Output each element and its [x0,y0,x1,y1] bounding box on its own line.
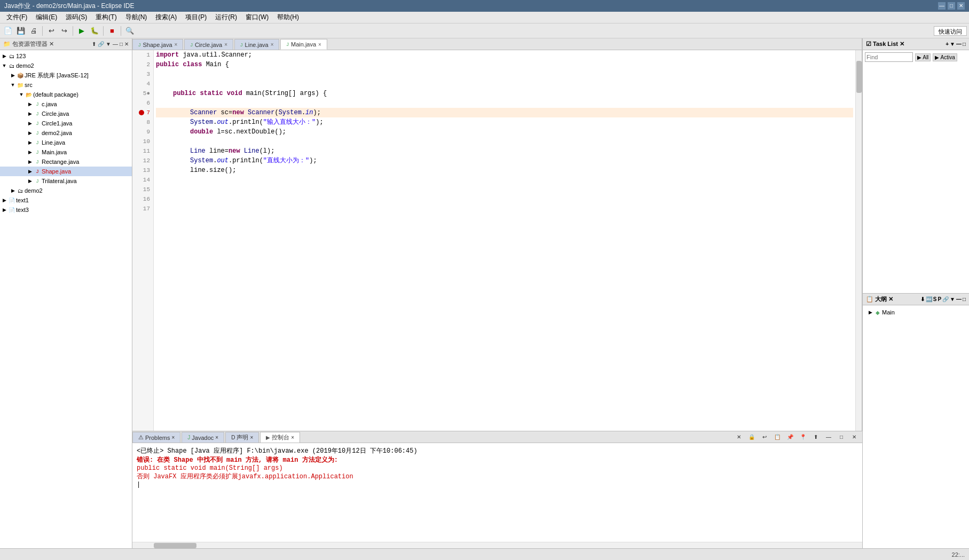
task-find-input[interactable] [865,52,913,62]
tab-close-line[interactable]: × [271,42,274,48]
toolbar-new-btn[interactable]: 📄 [2,25,14,37]
tab-main-java[interactable]: J Main.java × [280,39,327,50]
expand-icon[interactable]: ▼ [18,92,25,97]
toolbar-debug-btn[interactable]: 🐛 [89,25,100,37]
toolbar-search-btn[interactable]: 🔍 [124,25,136,37]
expand-icon[interactable]: ▶ [10,73,16,78]
console-expand-btn[interactable]: ⬆ [810,431,822,443]
console-close-btn[interactable]: ✕ [848,431,860,443]
tree-item-circle1-java[interactable]: ▶ J Circle1.java [0,119,132,128]
tree-item-123[interactable]: ▶ 🗂 123 [0,51,132,61]
console-word-wrap-btn[interactable]: ↩ [759,431,770,443]
menu-window[interactable]: 窗口(W) [241,12,273,23]
console-pin-btn[interactable]: 📍 [797,431,809,443]
toolbar-save-btn[interactable]: 💾 [15,25,27,37]
tree-item-text3[interactable]: ▶ 📄 text3 [0,205,132,215]
console-clear-btn[interactable]: ✕ [733,431,745,443]
toolbar-run-btn[interactable]: ▶ [76,25,88,37]
console-scroll-lock-btn[interactable]: 🔒 [746,431,758,443]
expand-icon[interactable]: ▶ [27,130,33,136]
close-panel-icon[interactable]: ✕ [124,41,129,47]
tab-circle-java[interactable]: J Circle.java × [184,39,233,50]
scrollbar-thumb[interactable] [856,61,862,93]
tree-item-demo2-sub[interactable]: ▶ 🗂 demo2 [0,186,132,195]
tab-line-java[interactable]: J Line.java × [234,39,279,50]
tab-close-main[interactable]: × [318,42,321,48]
minimize-button[interactable]: — [938,2,946,10]
maximize-button[interactable]: □ [948,2,955,10]
toolbar-redo-btn[interactable]: ↪ [58,25,70,37]
close-button[interactable]: ✕ [957,2,965,10]
menu-source[interactable]: 源码(S) [61,12,91,23]
outline-hide-non-public-icon[interactable]: P [938,296,941,302]
expand-icon[interactable]: ▶ [27,149,33,155]
tab-close-declaration[interactable]: × [250,435,253,440]
link-editor-icon[interactable]: 🔗 [98,41,104,47]
bottom-scrollbar-thumb-h[interactable] [154,543,196,548]
expand-icon[interactable]: ▶ [27,169,33,174]
tree-item-rectange-java[interactable]: ▶ J Rectange.java [0,157,132,167]
toolbar-undo-btn[interactable]: ↩ [45,25,57,37]
tree-item-shape-java[interactable]: ▶ J Shape.java [0,167,132,176]
menu-run[interactable]: 运行(R) [211,12,241,23]
maximize-panel-icon[interactable]: □ [120,41,123,47]
outline-sort-icon[interactable]: ⬇ [920,296,925,302]
tab-declaration[interactable]: D 声明 × [225,432,259,443]
minimize-panel-icon[interactable]: — [113,41,118,47]
menu-edit[interactable]: 编辑(E) [31,12,61,23]
menu-refactor[interactable]: 重构(T) [91,12,121,23]
menu-project[interactable]: 项目(P) [181,12,211,23]
outline-min-icon[interactable]: — [956,296,962,302]
task-filter-activa-btn[interactable]: ▶ Activa [933,53,957,61]
task-list-min-icon[interactable]: — [956,41,962,47]
toolbar-print-btn[interactable]: 🖨 [28,25,40,37]
console-max-btn[interactable]: □ [836,431,847,443]
expand-icon[interactable]: ▶ [27,101,33,107]
tree-item-default-pkg[interactable]: ▼ 📂 (default package) [0,90,132,99]
tree-item-demo2[interactable]: ▼ 🗂 demo2 [0,61,132,70]
outline-hide-fields-icon[interactable]: 🔤 [926,296,932,302]
console-min-btn[interactable]: — [823,431,834,443]
tree-item-src[interactable]: ▼ 📁 src [0,80,132,90]
task-list-menu-icon[interactable]: ▼ [950,41,955,47]
tree-item-text1[interactable]: ▶ 📄 text1 [0,195,132,205]
expand-icon[interactable]: ▶ [1,207,7,212]
expand-icon[interactable]: ▶ [27,159,33,164]
menu-file[interactable]: 文件(F) [2,12,31,23]
expand-icon[interactable]: ▶ [1,198,7,203]
bottom-scrollbar-h[interactable] [132,542,862,548]
toolbar-stop-btn[interactable]: ■ [106,25,118,37]
editor-scrollbar-v[interactable] [855,50,862,431]
task-filter-all-btn[interactable]: ▶ All [915,53,931,61]
expand-icon[interactable]: ▶ [867,310,873,315]
view-menu-icon[interactable]: ▼ [106,41,111,47]
tree-item-trilateral-java[interactable]: ▶ J Trilateral.java [0,176,132,186]
expand-icon[interactable]: ▶ [27,121,33,126]
expand-icon[interactable]: ▶ [27,111,33,116]
outline-max-icon[interactable]: □ [963,296,966,302]
tab-shape-java[interactable]: J Shape.java × [132,39,183,50]
expand-icon[interactable]: ▶ [10,188,16,193]
console-copy-btn[interactable]: 📋 [771,431,783,443]
tab-problems[interactable]: ⚠ Problems × [132,432,180,443]
outline-menu-icon[interactable]: ▼ [950,296,955,302]
task-list-max-icon[interactable]: □ [963,41,966,47]
tab-close-circle[interactable]: × [224,42,227,48]
menu-navigate[interactable]: 导航(N) [121,12,152,23]
tab-javadoc[interactable]: J Javadoc × [182,432,224,443]
tree-item-circle-java[interactable]: ▶ J Circle.java [0,109,132,119]
tab-close-problems[interactable]: × [171,435,175,440]
expand-icon[interactable]: ▶ [1,53,7,59]
tree-item-jre[interactable]: ▶ 📦 JRE 系统库 [JavaSE-12] [0,70,132,80]
tree-item-main-java[interactable]: ▶ J Main.java [0,147,132,157]
task-add-icon[interactable]: + [946,41,949,47]
tree-item-demo2-java[interactable]: ▶ J demo2.java [0,128,132,138]
outline-hide-static-icon[interactable]: S [933,296,937,302]
collapse-all-icon[interactable]: ⬆ [92,41,96,47]
code-editor[interactable]: import java.util.Scanner; public class M… [154,50,855,431]
expand-icon[interactable]: ▼ [1,63,7,68]
tab-close-javadoc[interactable]: × [215,435,218,440]
expand-icon[interactable]: ▼ [10,82,16,88]
tab-close-console[interactable]: × [291,435,294,440]
quick-access-input[interactable]: 快速访问 [934,26,967,36]
